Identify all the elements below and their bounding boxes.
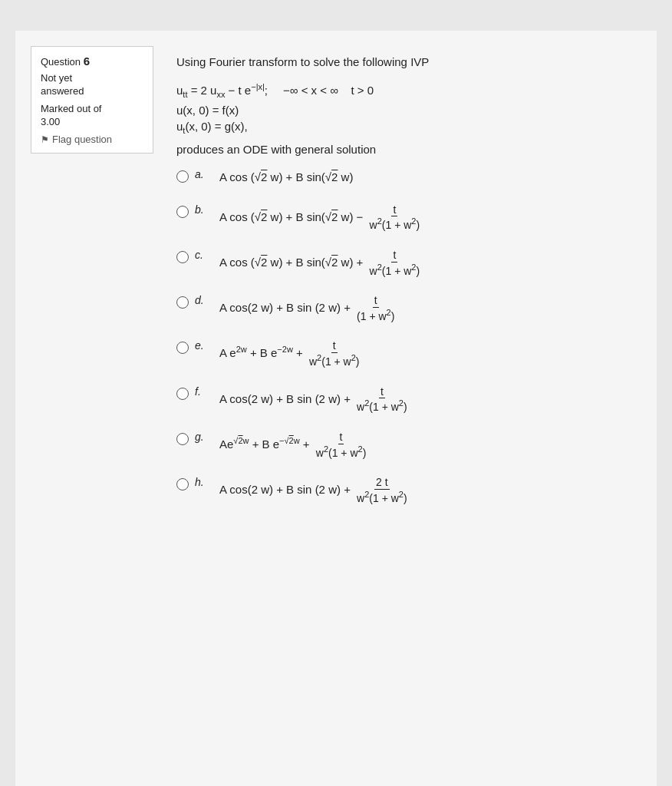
option-c-math: A cos (√2 w) + B sin(√2 w) + t w2(1 + w2… [219, 249, 423, 277]
problem-statement: Using Fourier transform to solve the fol… [176, 54, 626, 71]
radio-c[interactable] [176, 251, 189, 263]
status-line1: Not yet [41, 72, 143, 84]
option-g: g. Ae√2w + B e−√2w + t w2(1 + w2) [176, 431, 626, 459]
status-line2: answered [41, 85, 143, 97]
radio-h[interactable] [176, 478, 189, 490]
option-g-math: Ae√2w + B e−√2w + t w2(1 + w2) [219, 431, 369, 459]
options-list: a. A cos (√2 w) + B sin(√2 w) b. A cos (… [176, 168, 626, 505]
equation-line3: ut(x, 0) = g(x), [176, 120, 626, 135]
option-f: f. A cos(2 w) + B sin (2 w) + t w2(1 + w… [176, 385, 626, 414]
radio-d[interactable] [176, 296, 189, 309]
marked-value: 3.00 [41, 116, 143, 127]
flag-icon: ⚑ [41, 134, 49, 145]
option-d-math: A cos(2 w) + B sin (2 w) + t (1 + w2) [219, 294, 397, 322]
equation-line1: utt = 2 uxx − t e−|x|; −∞ < x < ∞ t > 0 [176, 82, 626, 99]
produces-text: produces an ODE with general solution [176, 143, 626, 156]
radio-a[interactable] [176, 170, 189, 183]
option-h-math: A cos(2 w) + B sin (2 w) + 2 t w2(1 + w2… [219, 476, 410, 504]
question-label: Question 6 [41, 54, 143, 68]
option-d: d. A cos(2 w) + B sin (2 w) + t (1 + w2) [176, 294, 626, 322]
option-e: e. A e2w + B e−2w + t w2(1 + w2) [176, 339, 626, 368]
option-a-label: a. [195, 168, 209, 180]
flag-question-button[interactable]: ⚑ Flag question [41, 134, 143, 145]
option-e-label: e. [195, 339, 209, 352]
equation-line2: u(x, 0) = f(x) [176, 104, 626, 117]
radio-f[interactable] [176, 388, 189, 400]
option-c-label: c. [195, 249, 209, 261]
option-g-label: g. [195, 431, 209, 443]
option-b-label: b. [195, 203, 209, 216]
option-c: c. A cos (√2 w) + B sin(√2 w) + t w2(1 +… [176, 249, 626, 277]
radio-b[interactable] [176, 206, 189, 218]
option-e-math: A e2w + B e−2w + t w2(1 + w2) [219, 339, 363, 368]
radio-g[interactable] [176, 433, 189, 445]
option-d-label: d. [195, 294, 209, 306]
option-b: b. A cos (√2 w) + B sin(√2 w) − t w2(1 +… [176, 203, 626, 232]
option-f-math: A cos(2 w) + B sin (2 w) + t w2(1 + w2) [219, 385, 410, 414]
marked-label: Marked out of [41, 103, 143, 114]
page-container: Question 6 Not yet answered Marked out o… [15, 31, 657, 786]
option-f-label: f. [195, 385, 209, 398]
option-b-math: A cos (√2 w) + B sin(√2 w) − t w2(1 + w2… [219, 203, 423, 232]
option-a: a. A cos (√2 w) + B sin(√2 w) [176, 168, 626, 187]
main-content: Using Fourier transform to solve the fol… [153, 46, 641, 786]
option-h: h. A cos(2 w) + B sin (2 w) + 2 t w2(1 +… [176, 476, 626, 504]
option-a-math: A cos (√2 w) + B sin(√2 w) [219, 168, 353, 187]
radio-e[interactable] [176, 342, 189, 354]
sidebar: Question 6 Not yet answered Marked out o… [31, 46, 153, 154]
option-h-label: h. [195, 476, 209, 488]
